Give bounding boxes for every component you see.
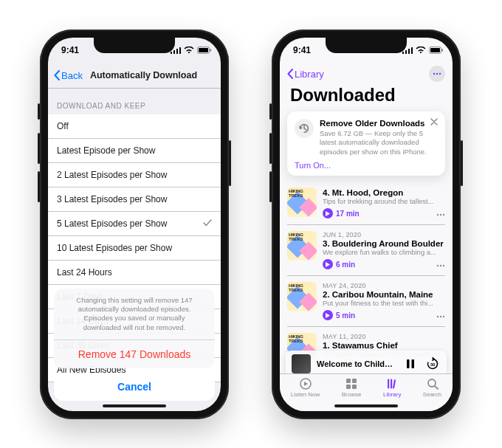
svg-rect-13 (442, 49, 444, 52)
episode-more-button[interactable] (436, 208, 445, 218)
play-circle-icon (299, 377, 312, 390)
episode-artwork: HIKING TREKS (287, 231, 317, 261)
download-option-row[interactable]: Latest Episode per Show (48, 139, 221, 163)
tab-label: Browse (342, 391, 362, 398)
remove-older-downloads-card: Remove Older Downloads Save 6.72 GB — Ke… (287, 111, 445, 176)
episode-description: Put your fitness to the test with thi... (323, 299, 445, 307)
episode-title: 3. Bouldering Around Boulder (323, 239, 445, 248)
episode-more-button[interactable] (436, 310, 445, 320)
episode-title: 1. Stawamus Chief (323, 341, 445, 350)
close-icon (430, 118, 438, 125)
download-option-row[interactable]: 5 Latest Episodes per Show (48, 212, 221, 236)
screen-right: 9:41 Library Downloaded (280, 38, 453, 411)
play-episode-button[interactable]: 6 min (323, 259, 355, 269)
download-option-row[interactable]: Last 24 Hours (48, 261, 221, 285)
download-option-label: 2 Latest Episodes per Show (57, 170, 167, 180)
svg-point-25 (443, 316, 444, 317)
silent-switch (269, 103, 272, 120)
status-time: 9:41 (61, 45, 79, 55)
svg-point-17 (437, 214, 439, 216)
svg-point-14 (433, 73, 435, 75)
play-episode-button[interactable]: 5 min (323, 310, 355, 320)
checkmark-icon (203, 218, 212, 229)
ellipsis-icon (436, 213, 445, 216)
chevron-left-icon (54, 70, 60, 80)
group-header: DOWNLOAD AND KEEP (48, 89, 221, 114)
now-playing-artwork (292, 354, 311, 373)
download-option-row[interactable]: 10 Latest Episodes per Show (48, 236, 221, 261)
grid-icon (345, 377, 358, 390)
iphone-device-left: 9:41 Back Automatically Download DOWNLOA… (40, 30, 229, 419)
svg-rect-5 (199, 48, 208, 52)
svg-rect-34 (388, 379, 389, 389)
play-icon (323, 208, 333, 218)
turn-on-button[interactable]: Turn On... (295, 161, 438, 170)
episode-title: 4. Mt. Hood, Oregon (323, 188, 445, 197)
battery-icon (429, 46, 444, 54)
episode-row[interactable]: HIKING TREKSJUN 1, 20203. Bouldering Aro… (287, 225, 445, 276)
volume-up-button (269, 133, 272, 164)
signal-icon (171, 46, 181, 54)
download-option-label: Latest Episode per Show (57, 145, 155, 156)
episode-play-row: 6 min (323, 259, 445, 269)
svg-rect-2 (176, 49, 178, 54)
episode-play-row: 5 min (323, 310, 445, 320)
svg-point-19 (443, 214, 444, 216)
back-button[interactable]: Back (54, 70, 83, 81)
skip-forward-30-button[interactable]: 30 (424, 356, 441, 372)
svg-rect-32 (346, 385, 351, 389)
tab-library[interactable]: Library (383, 377, 401, 398)
screen-left: 9:41 Back Automatically Download DOWNLOA… (48, 38, 221, 411)
nav-title: Automatically Download (90, 70, 215, 80)
download-option-label: 10 Latest Episodes per Show (57, 243, 172, 253)
svg-rect-1 (173, 50, 175, 54)
tab-search[interactable]: Search (423, 377, 441, 398)
library-back-button[interactable]: Library (287, 69, 324, 80)
volume-up-button (38, 133, 40, 164)
silent-switch (38, 103, 40, 120)
cancel-button[interactable]: Cancel (54, 373, 215, 401)
play-episode-button[interactable]: 17 min (323, 208, 360, 218)
svg-point-18 (440, 214, 441, 216)
chevron-left-icon (287, 69, 293, 79)
ellipsis-icon (436, 315, 445, 318)
svg-rect-33 (352, 385, 357, 389)
svg-rect-35 (391, 379, 392, 389)
side-button (461, 140, 463, 186)
download-option-row[interactable]: 3 Latest Episodes per Show (48, 187, 221, 212)
pause-button[interactable] (402, 356, 419, 372)
status-time: 9:41 (293, 45, 311, 55)
episode-play-row: 17 min (323, 208, 445, 218)
suggestion-body: Save 6.72 GB — Keep only the 5 latest au… (320, 129, 438, 156)
episode-description: Tips for trekking around the tallest... (323, 197, 445, 205)
episode-date: MAY 24, 2020 (323, 282, 445, 289)
search-icon (426, 377, 439, 390)
download-option-row[interactable]: 2 Latest Episodes per Show (48, 163, 221, 187)
goforward-30-icon: 30 (426, 357, 439, 371)
tab-listen-now[interactable]: Listen Now (291, 377, 320, 398)
tab-label: Listen Now (291, 391, 320, 398)
svg-rect-27 (412, 359, 415, 368)
episode-artwork: HIKING TREKS (287, 282, 317, 311)
close-suggestion-button[interactable] (430, 117, 438, 128)
remove-downloads-button[interactable]: Remove 147 Downloads (54, 340, 215, 368)
status-right (171, 46, 212, 54)
episode-row[interactable]: HIKING TREKS4. Mt. Hood, OregonTips for … (287, 182, 445, 225)
episode-row[interactable]: HIKING TREKSMAY 24, 20202. Caribou Mount… (287, 276, 445, 327)
status-right (402, 46, 444, 54)
episode-body: 4. Mt. Hood, OregonTips for trekking aro… (323, 187, 445, 218)
home-indicator (103, 404, 166, 407)
tab-browse[interactable]: Browse (342, 377, 362, 398)
pause-icon (406, 359, 415, 369)
svg-point-16 (439, 73, 441, 75)
download-option-row[interactable]: Off (48, 114, 221, 139)
svg-text:30: 30 (430, 362, 436, 367)
episode-list: HIKING TREKS4. Mt. Hood, OregonTips for … (280, 182, 453, 368)
episode-more-button[interactable] (436, 259, 445, 269)
now-playing-title: Welcome to Childproof (317, 359, 396, 368)
more-options-button[interactable] (429, 66, 445, 82)
svg-point-24 (440, 316, 441, 317)
svg-rect-26 (407, 359, 410, 368)
nav-bar: Back Automatically Download (48, 63, 221, 89)
artwork-label: HIKING TREKS (289, 232, 317, 241)
